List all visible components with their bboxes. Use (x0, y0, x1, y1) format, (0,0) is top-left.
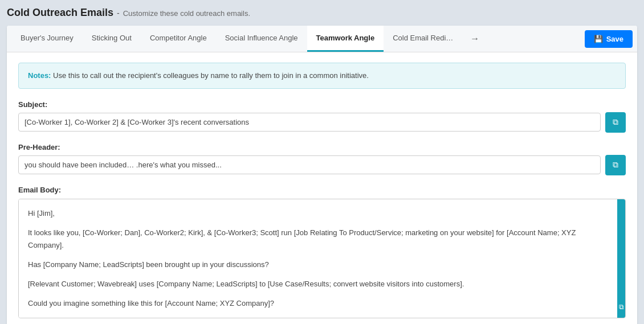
preheader-copy-button[interactable]: ⧉ (605, 155, 626, 175)
tab-competitor-angle[interactable]: Competitor Angle (141, 26, 216, 52)
email-body-label: Email Body: (18, 186, 626, 194)
subject-label: Subject: (18, 100, 626, 109)
save-button[interactable]: 💾 Save (585, 30, 633, 48)
tab-buyers-journey[interactable]: Buyer's Journey (11, 26, 83, 52)
preheader-input-row: ⧉ (18, 155, 626, 175)
email-body-copy-icon: ⧉ (619, 303, 624, 311)
page-title-bar: Cold Outreach Emails - Customize these c… (7, 7, 637, 19)
notes-label: Notes: (28, 71, 51, 80)
notes-text: Use this to call out the recipient's col… (53, 71, 369, 80)
email-body-paragraph: It looks like you, [Co-Worker; Dan], Co-… (28, 227, 608, 252)
page-wrapper: Cold Outreach Emails - Customize these c… (0, 0, 644, 324)
email-body-paragraph: [Relevant Customer; Wavebreak] uses [Com… (28, 278, 608, 290)
tab-social-influence-angle[interactable]: Social Influence Angle (216, 26, 307, 52)
preheader-copy-icon: ⧉ (613, 160, 618, 170)
page-subtitle: Customize these cold outreach emails. (123, 9, 250, 18)
tab-cold-email-redi[interactable]: Cold Email Redi… (384, 26, 462, 52)
notes-box: Notes: Use this to call out the recipien… (18, 63, 626, 89)
save-label: Save (606, 35, 623, 43)
preheader-field-group: Pre-Header: ⧉ (18, 143, 626, 175)
tabs-bar: Buyer's Journey Sticking Out Competitor … (7, 26, 637, 52)
subject-input[interactable] (18, 113, 601, 132)
preheader-label: Pre-Header: (18, 143, 626, 151)
title-separator: - (117, 9, 120, 18)
email-body-wrapper: Hi [Jim],It looks like you, [Co-Worker; … (18, 199, 626, 319)
tab-teamwork-angle[interactable]: Teamwork Angle (307, 26, 384, 52)
subject-input-row: ⧉ (18, 112, 626, 133)
page-title: Cold Outreach Emails (7, 7, 113, 19)
save-icon: 💾 (594, 35, 603, 43)
email-body-copy-button[interactable]: ⧉ (617, 301, 626, 313)
email-body-section: Email Body: Hi [Jim],It looks like you, … (18, 186, 626, 319)
email-body-paragraph: Has [Company Name; LeadScripts] been bro… (28, 259, 608, 271)
subject-copy-button[interactable]: ⧉ (605, 112, 626, 133)
email-body-paragraph: Could you imagine something like this fo… (28, 297, 608, 310)
tab-sticking-out[interactable]: Sticking Out (83, 26, 141, 52)
content-area: Notes: Use this to call out the recipien… (7, 52, 637, 324)
subject-field-group: Subject: ⧉ (18, 100, 626, 133)
email-body-sidebar: ⧉ (617, 199, 625, 318)
preheader-input[interactable] (18, 155, 601, 174)
subject-copy-icon: ⧉ (613, 117, 618, 127)
email-body-paragraph: Hi [Jim], (28, 207, 608, 220)
email-body-content[interactable]: Hi [Jim],It looks like you, [Co-Worker; … (19, 199, 617, 318)
main-card: Buyer's Journey Sticking Out Competitor … (7, 26, 637, 324)
tab-scroll-right-icon[interactable]: → (464, 29, 485, 48)
